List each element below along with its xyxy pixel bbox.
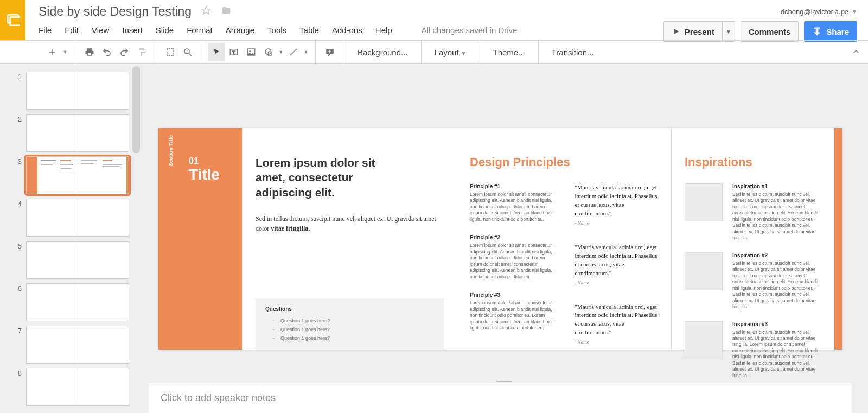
present-label: Present: [685, 27, 714, 36]
print-icon[interactable]: [81, 43, 98, 61]
inspiration-title: Inspiration #3: [732, 321, 821, 327]
transition-menu[interactable]: Transition...: [544, 48, 602, 57]
menu-slide[interactable]: Slide: [156, 26, 174, 35]
question-item: Question 1 goes here?: [273, 316, 434, 325]
document-title[interactable]: Side by side Design Testing: [39, 4, 192, 19]
app-logo[interactable]: [0, 0, 25, 40]
menu-edit[interactable]: Edit: [65, 26, 79, 35]
shape-dropdown[interactable]: ▼: [277, 43, 285, 61]
speaker-notes[interactable]: Click to add speaker notes: [149, 383, 852, 413]
share-button[interactable]: Share: [804, 21, 857, 42]
thumbnail-preview: [26, 326, 129, 364]
section-number: 01: [189, 156, 199, 166]
slide-thumbnail[interactable]: 8: [0, 366, 140, 408]
menu-addons[interactable]: Add-ons: [332, 26, 362, 35]
select-tool-icon[interactable]: [208, 43, 225, 61]
thumbnail-number: 5: [14, 241, 22, 250]
slide-pane-inspirations: Inspirations Inspiration #1Sed in tellus…: [672, 128, 834, 350]
menu-arrange[interactable]: Arrange: [226, 26, 254, 35]
slide-thumbnail[interactable]: 4: [0, 196, 140, 239]
thumbnail-preview: [26, 199, 129, 237]
line-icon[interactable]: [285, 43, 302, 61]
thumbnail-number: 3: [14, 156, 22, 166]
new-slide-button[interactable]: [43, 43, 61, 61]
comments-button[interactable]: Comments: [741, 21, 799, 42]
svg-marker-2: [202, 7, 210, 14]
principle-body: Lorem ipsum dolor sit amet, consectetur …: [470, 243, 553, 280]
current-slide[interactable]: Section Title 01 Title Lorem ipsum dolor…: [158, 128, 842, 350]
theme-menu[interactable]: Theme...: [486, 48, 533, 57]
menu-file[interactable]: File: [39, 26, 52, 35]
slide-canvas[interactable]: Section Title 01 Title Lorem ipsum dolor…: [140, 64, 868, 378]
undo-icon[interactable]: [98, 43, 116, 61]
principle-title: Principle #1: [470, 183, 553, 189]
menu-bar: File Edit View Insert Slide Format Arran…: [39, 26, 663, 35]
menu-table[interactable]: Table: [299, 26, 319, 35]
principle-body: Lorem ipsum dolor sit amet, consectetur …: [470, 300, 553, 331]
menu-insert[interactable]: Insert: [122, 26, 143, 35]
present-button[interactable]: Present: [663, 21, 723, 42]
background-menu[interactable]: Background...: [350, 48, 416, 57]
slide-thumbnail[interactable]: 7: [0, 323, 140, 366]
inspiration-thumbnail: [685, 183, 723, 221]
present-dropdown[interactable]: ▼: [723, 21, 735, 42]
thumbnail-number: 4: [14, 199, 22, 208]
slide-thumbnail[interactable]: 3: [0, 154, 140, 196]
principles-heading: Design Principles: [470, 155, 658, 169]
user-email-text: dchong@lavictoria.pe: [781, 8, 848, 16]
inspirations-heading: Inspirations: [685, 155, 821, 169]
star-icon[interactable]: [201, 5, 211, 18]
textbox-icon[interactable]: T: [225, 43, 242, 61]
slide-thumbnail[interactable]: 5: [0, 239, 140, 281]
layout-menu[interactable]: Layout▼: [427, 48, 474, 57]
questions-box: Questions Question 1 goes here?Question …: [256, 298, 444, 350]
inspiration-title: Inspiration #1: [732, 183, 821, 189]
collapse-toolbar-icon[interactable]: [852, 47, 860, 58]
redo-icon[interactable]: [116, 43, 133, 61]
image-icon[interactable]: [242, 43, 260, 61]
slide-thumbnail[interactable]: 2: [0, 112, 140, 154]
svg-rect-4: [814, 28, 820, 29]
slide-thumbnail[interactable]: 6: [0, 281, 140, 323]
quote-text: "Mauris vehicula lacinia orci, eget inte…: [575, 243, 659, 278]
inspiration-thumbnail: [685, 252, 723, 290]
inspiration-body: Sed in tellus dictum, suscipit nunc vel,…: [732, 260, 821, 310]
zoom-icon[interactable]: [179, 43, 196, 61]
quote-text: "Mauris vehicula lacinia orci, eget inte…: [575, 183, 659, 218]
paint-format-icon[interactable]: [133, 43, 150, 61]
quote-attribution: - Name: [575, 220, 659, 226]
add-comment-icon[interactable]: [321, 43, 339, 61]
svg-point-6: [184, 49, 189, 54]
thumbnail-number: 2: [14, 114, 22, 123]
menu-tools[interactable]: Tools: [267, 26, 286, 35]
inspiration-title: Inspiration #2: [732, 252, 821, 258]
line-dropdown[interactable]: ▼: [302, 43, 310, 61]
menu-help[interactable]: Help: [375, 26, 392, 35]
zoom-fit-icon[interactable]: [162, 43, 179, 61]
notes-resize-handle[interactable]: [140, 378, 868, 383]
quote-attribution: - Name: [575, 280, 659, 285]
slide-thumbnail[interactable]: 1: [0, 69, 140, 112]
principle-title: Principle #2: [470, 234, 553, 240]
slide-thumbnail-panel: 12345678: [0, 64, 140, 413]
menu-format[interactable]: Format: [187, 26, 213, 35]
new-slide-dropdown[interactable]: ▼: [61, 43, 69, 61]
menu-view[interactable]: View: [92, 26, 109, 35]
chevron-down-icon: ▼: [852, 9, 857, 15]
shape-icon[interactable]: [260, 43, 277, 61]
thumbnail-preview: [26, 72, 129, 110]
slide-section-sidebar: Section Title 01 Title: [158, 128, 242, 350]
thumbnail-number: 6: [14, 283, 22, 293]
principle-title: Principle #3: [470, 292, 553, 298]
slide-lead-text: Sed in tellus dictum, suscipit nunc vel,…: [256, 214, 444, 233]
slide-right-strip: [834, 128, 842, 350]
folder-icon[interactable]: [221, 5, 232, 18]
share-label: Share: [826, 27, 849, 36]
inspiration-body: Sed in tellus dictum, suscipit nunc vel,…: [732, 329, 821, 379]
question-item: Question 1 goes here?: [273, 325, 434, 334]
account-menu[interactable]: dchong@lavictoria.pe ▼: [781, 7, 857, 16]
thumbnail-preview: [26, 283, 129, 321]
thumbnail-preview: [26, 368, 129, 406]
principle-body: Lorem ipsum dolor sit amet, consectetur …: [470, 192, 553, 223]
thumbnail-scrollbar[interactable]: [132, 66, 140, 153]
